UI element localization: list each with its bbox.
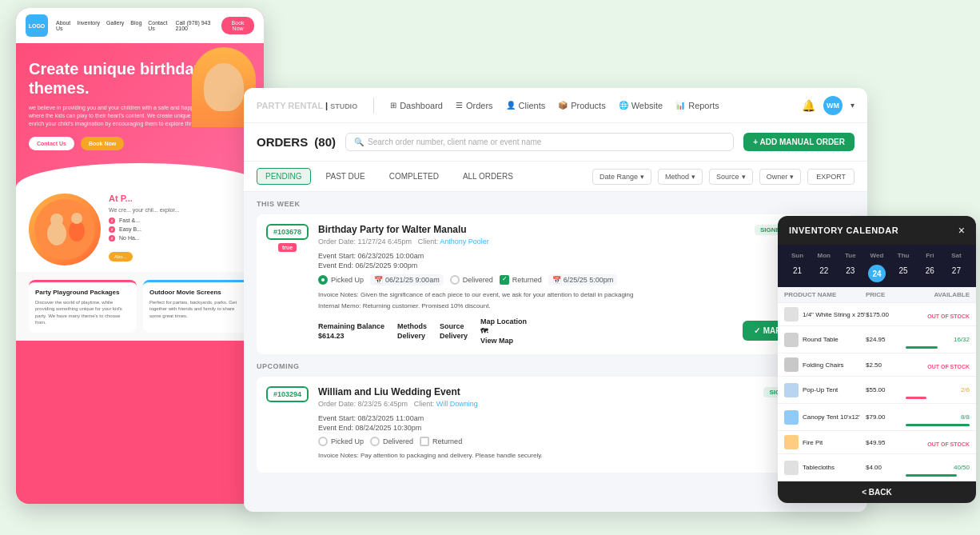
hero-section: Create unique birthday themes. we believ… [16, 43, 264, 187]
feature-dot-3: ✗ [109, 235, 115, 242]
cloud-decoration [16, 163, 264, 187]
order-title-row-2: William and Liu Wedding Event SIGNED ON … [318, 386, 845, 397]
avail-bar-4 [906, 397, 926, 399]
search-box[interactable]: 🔍 Search order number, client name or ev… [345, 133, 734, 151]
returned-checkbox-sq-2 [420, 437, 429, 446]
view-map-link[interactable]: 🗺 View Map [480, 327, 527, 345]
cal-week-container: Sun Mon Tue Wed Thu Fri Sat 21 22 23 24 … [778, 245, 976, 287]
product-thumb-3 [784, 357, 799, 372]
nav-gallery[interactable]: Gallery [106, 20, 124, 31]
book-now-button[interactable]: Book Now [81, 137, 124, 150]
website-logo: LOGO [26, 14, 48, 37]
back-button[interactable]: < BACK [778, 481, 976, 503]
nav-inventory[interactable]: Inventory [77, 20, 100, 31]
pickup-radio-2[interactable]: Picked Up [318, 437, 364, 446]
nav-clients[interactable]: 👤 Clients [506, 101, 546, 110]
order-title-2: William and Liu Wedding Event [318, 386, 460, 397]
cal-wed-header: Wed [863, 248, 890, 263]
tab-completed[interactable]: COMPLETED [380, 168, 448, 185]
cal-day-26[interactable]: 26 [917, 263, 943, 284]
avail-2: 16/32 [906, 330, 970, 349]
order-card-2: #103294 William and Liu Wedding Event SI… [257, 377, 855, 473]
search-icon: 🔍 [354, 138, 364, 146]
order-card-1: #103678 true Birthday Party for Walter M… [257, 214, 855, 354]
inv-row-2: Round Table $24.95 16/32 [778, 326, 976, 353]
feature-3: ✗ No Ha... [109, 235, 179, 242]
website-book-button[interactable]: Book Now [221, 17, 254, 34]
nav-contact[interactable]: Contact Us [148, 20, 167, 31]
nav-links: ⊞ Dashboard ☰ Orders 👤 Clients 📦 Product… [390, 101, 786, 110]
order-title-1: Birthday Party for Walter Manalu [318, 224, 467, 235]
event-dates-1: Event Start: 06/23/2025 10:00am Event En… [318, 252, 845, 269]
user-menu-chevron[interactable]: ▾ [851, 101, 855, 110]
nav-blog[interactable]: Blog [130, 20, 141, 31]
export-button[interactable]: EXPORT [807, 169, 855, 185]
date-range-filter[interactable]: Date Range ▾ [592, 169, 651, 185]
bell-icon[interactable]: 🔔 [802, 99, 815, 112]
at-p-section: At P... We cre... your chil... explor...… [16, 187, 264, 272]
cal-day-23[interactable]: 23 [837, 263, 863, 284]
filters-bar: PENDING PAST DUE COMPLETED ALL ORDERS Da… [244, 162, 867, 192]
cal-day-25[interactable]: 25 [890, 263, 917, 284]
price-7: $4.00 [866, 464, 906, 471]
this-week-label: THIS WEEK [257, 200, 855, 208]
inv-cal-close-button[interactable]: × [958, 224, 965, 237]
hero-buttons: Contact Us Book Now [29, 137, 251, 150]
cal-sat-header: Sat [943, 248, 970, 263]
app-logo: PARTY RENTAL | STUDIO [257, 101, 357, 110]
product-thumb-5 [784, 410, 799, 425]
nav-dashboard[interactable]: ⊞ Dashboard [390, 101, 443, 110]
price-6: $49.95 [866, 439, 906, 446]
orders-icon: ☰ [456, 101, 463, 110]
owner-filter[interactable]: Owner ▾ [759, 169, 802, 185]
cal-day-21[interactable]: 21 [784, 263, 811, 284]
cal-day-24-container: 24 [863, 263, 890, 284]
tab-past-due[interactable]: PAST DUE [317, 168, 374, 185]
methods-field: Methods Delivery [397, 321, 427, 340]
avail-4: 2/6 [906, 381, 970, 399]
nav-reports[interactable]: 📊 Reports [675, 101, 719, 110]
user-avatar[interactable]: WM [823, 96, 843, 115]
nav-right: 🔔 WM ▾ [802, 96, 855, 115]
nav-website[interactable]: 🌐 Website [619, 101, 663, 110]
package-card-playground: Party Playground Packages Discover the w… [29, 280, 137, 333]
avail-bar-5 [906, 424, 970, 426]
pickup-radio[interactable]: Picked Up [318, 275, 364, 285]
product-thumb-2 [784, 333, 799, 347]
about-button[interactable]: Abo... [109, 252, 133, 262]
inv-rows-container: 1/4" White String x 25' $175.00 OUT OF S… [778, 303, 976, 481]
source-filter[interactable]: Source ▾ [709, 169, 753, 185]
tab-pending[interactable]: PENDING [257, 168, 311, 185]
returned-checkbox-2[interactable]: Returned [420, 437, 462, 446]
call-text: Call (978) 943 2100 [175, 20, 213, 31]
nav-orders[interactable]: ☰ Orders [456, 101, 493, 110]
nav-products[interactable]: 📦 Products [558, 101, 605, 110]
nav-about[interactable]: About Us [56, 20, 70, 31]
tab-all-orders[interactable]: ALL ORDERS [454, 168, 522, 185]
avail-3: OUT OF STOCK [906, 357, 970, 372]
contact-us-button[interactable]: Contact Us [29, 137, 74, 150]
client-link-2[interactable]: Will Downing [436, 400, 478, 408]
delivered-radio[interactable]: Delivered [450, 275, 493, 285]
returned-checkbox[interactable]: Returned [500, 275, 542, 285]
method-filter[interactable]: Method ▾ [658, 169, 703, 185]
inv-row-6: Fire Pit $49.95 OUT OF STOCK [778, 431, 976, 454]
client-link-1[interactable]: Anthony Pooler [440, 238, 489, 246]
inv-row-5: Canopy Tent 10'x12' $79.00 8/8 [778, 404, 976, 431]
cal-day-22[interactable]: 22 [811, 263, 837, 284]
svg-point-4 [71, 213, 82, 224]
reports-icon: 📊 [675, 101, 685, 110]
delivered-radio-2[interactable]: Delivered [370, 437, 413, 446]
package-desc-2: Perfect for parties, backyards, parks. G… [149, 299, 245, 319]
order-id-col-1: #103678 true [266, 224, 309, 345]
product-name-5: Canopy Tent 10'x12' [784, 410, 866, 425]
product-name-7: Tablecloths [784, 461, 866, 475]
pickup-date-badge: 📅 06/21/25 9:00am [370, 274, 444, 285]
remaining-balance-field: Remaining Balance $614.23 [318, 321, 384, 340]
add-manual-order-button[interactable]: + ADD MANUAL ORDER [743, 133, 855, 151]
product-thumb-6 [784, 435, 799, 449]
cal-day-24[interactable]: 24 [868, 265, 886, 282]
order-id-badge-2: #103294 [266, 386, 309, 402]
col-price-header: PRICE [866, 291, 906, 298]
cal-day-27[interactable]: 27 [943, 263, 970, 284]
